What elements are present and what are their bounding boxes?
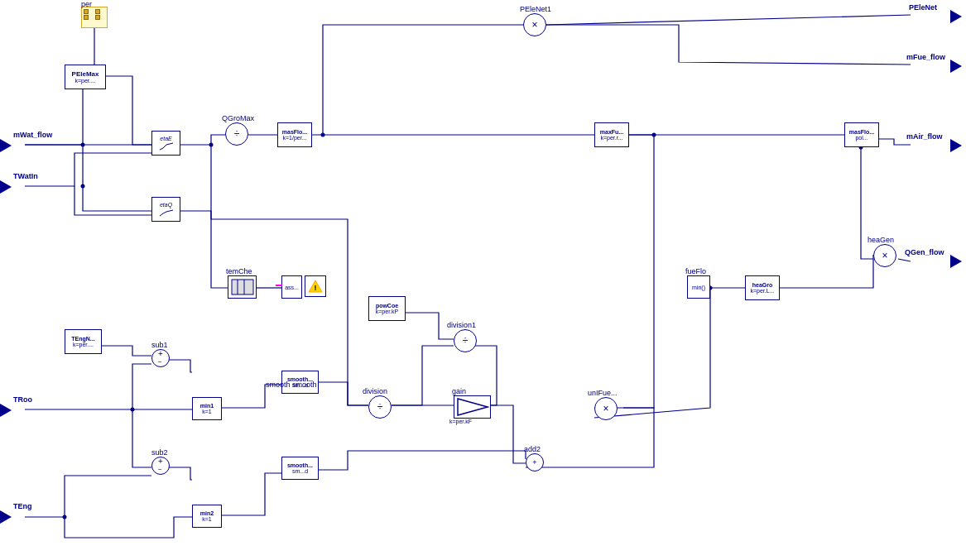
masFlow1-block[interactable]: masFlo... k=1/per... [277,122,312,147]
TWatIn-input [0,180,12,194]
per-label: per [81,0,92,8]
QGen-flow-output [950,255,962,268]
sub1-block[interactable]: +− [151,349,170,367]
gain-label: gain [452,387,466,395]
uniFue-block[interactable]: × [594,397,618,420]
svg-point-4 [209,143,214,147]
mWat-flow-label: mWat_flow [13,131,52,139]
heaGen-label: heaGen [867,236,894,244]
svg-point-3 [131,408,135,412]
division-label: division [363,387,387,395]
per-block[interactable] [81,7,108,28]
PEleNet1-block[interactable]: × [523,13,546,36]
maxFu-block[interactable]: maxFu... k=per.r... [594,122,629,147]
PEleNet-out-label: PEleNet [909,3,937,12]
add2-label: add2 [524,445,541,453]
svg-point-0 [81,143,85,147]
svg-rect-9 [232,280,253,294]
gain-k-label: k=per.kF [449,419,472,424]
smooth2-block[interactable]: smooth... sm...d [281,457,319,480]
division1-label: division1 [447,321,476,329]
TEng-label: TEng [13,502,32,510]
TEng-input [0,510,12,524]
mAir-flow-out-label: mAir_flow [906,132,943,141]
mFue-flow-output [950,60,962,73]
QGen-flow-out-label: QGen_flow [905,248,944,256]
TWatIn-label: TWatIn [13,172,38,180]
mAir-flow-output [950,139,962,152]
smooth-smooth-label: smooth smooth [266,381,317,389]
powCoe-block[interactable]: powCoe k=per.kP [368,296,406,321]
PEleNet1-label: PEleNet1 [520,5,551,13]
svg-text:!: ! [315,284,317,292]
etaE-block[interactable]: etaE [151,131,180,156]
PEleNet-output [950,10,962,23]
svg-marker-14 [458,399,488,415]
masFlow2-block[interactable]: masFlo... pol... [844,122,879,147]
svg-point-2 [321,133,325,137]
gain-block[interactable] [454,395,491,419]
temChe-label: temChe [226,267,252,275]
sub2-block[interactable]: +− [151,457,170,475]
svg-point-5 [63,515,67,519]
division1-block[interactable]: ÷ [454,329,477,352]
uniFue-label: unIFue... [588,389,618,397]
mWat-flow-input [0,139,12,152]
QGroMax-label: QGroMax [222,114,254,122]
sub1-label: sub1 [151,341,168,349]
TEngN-block[interactable]: TEngN... k=per.... [65,329,102,354]
TRoo-input [0,404,12,417]
warning-block[interactable]: ! [305,275,326,297]
TRoo-label: TRoo [13,395,32,404]
QGroMax-block[interactable]: ÷ [225,122,248,146]
sub2-label: sub2 [151,448,168,457]
division-block[interactable]: ÷ [368,395,392,419]
add2-block[interactable]: + [526,453,544,471]
mFue-flow-out-label: mFue_flow [906,53,945,61]
fueFlo-block[interactable]: min() [687,275,710,299]
PEleMax-label: PEleMax [72,70,99,78]
min1-block[interactable]: min1 k=1 [192,397,222,420]
heaGro-block[interactable]: heaGro k=per.L... [745,275,780,300]
svg-point-1 [81,184,85,189]
svg-point-6 [652,133,656,137]
ass-block[interactable]: ass... [281,275,302,299]
min2-block[interactable]: min2 k=1 [192,505,222,528]
etaQ-block[interactable]: etaQ [151,197,180,222]
PEleMax-block[interactable]: PEleMax k=per.... [65,65,106,89]
temChe-block[interactable] [228,275,257,299]
fueFlo-label: fueFlo [685,267,706,275]
heaGen-block[interactable]: × [873,244,896,267]
PEleMax-k-label: k=per.... [74,78,95,84]
